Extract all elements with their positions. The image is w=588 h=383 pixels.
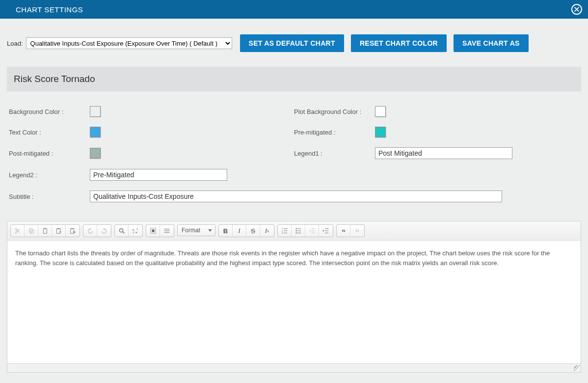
section-title: Risk Score Tornado — [7, 67, 581, 91]
text-color-swatch[interactable] — [90, 127, 101, 137]
background-color-swatch[interactable] — [90, 106, 101, 117]
legend2-input[interactable] — [90, 169, 227, 181]
legend1-label: Legend1 : — [294, 150, 375, 157]
close-button[interactable] — [571, 4, 582, 15]
field-post-mitigated: Post-mitigated : — [9, 147, 294, 159]
undo-icon[interactable] — [83, 225, 97, 237]
editor-footer — [7, 363, 581, 372]
save-as-button[interactable]: SAVE CHART AS — [454, 34, 529, 52]
pre-mitigated-label: Pre-mitigated : — [294, 129, 375, 136]
textstyle-group: B I S Ix — [218, 224, 274, 237]
field-legend2: Legend2 : — [9, 169, 294, 181]
select-all-icon[interactable] — [146, 225, 160, 237]
cut-icon[interactable] — [11, 225, 25, 237]
subtitle-input[interactable] — [90, 191, 502, 202]
editor-body[interactable]: The tornado chart lists the threats by o… — [7, 241, 581, 363]
paste-icon[interactable] — [38, 225, 52, 237]
list-indent-group: 123 — [277, 224, 333, 237]
text-color-label: Text Color : — [9, 129, 90, 136]
legend1-input[interactable] — [375, 147, 512, 159]
resize-grip-icon[interactable] — [574, 365, 580, 371]
legend2-label: Legend2 : — [9, 171, 90, 179]
svg-rect-17 — [152, 229, 154, 232]
italic-icon[interactable]: I — [233, 225, 246, 237]
svg-point-12 — [119, 229, 123, 232]
pre-mitigated-swatch[interactable] — [375, 127, 386, 137]
editor-text: The tornado chart lists the threats by o… — [15, 249, 550, 267]
svg-line-13 — [122, 232, 124, 234]
unlink-icon[interactable] — [350, 225, 364, 237]
redo-icon[interactable] — [97, 225, 111, 237]
svg-point-28 — [295, 230, 296, 231]
indent-icon[interactable] — [319, 225, 333, 237]
find-replace-group: ba — [114, 224, 143, 237]
undo-redo-group — [83, 224, 111, 237]
svg-rect-7 — [57, 228, 59, 229]
settings-grid: Background Color : Plot Background Color… — [7, 106, 581, 210]
field-legend1: Legend1 : — [294, 147, 579, 159]
ol-icon[interactable]: 123 — [278, 225, 292, 237]
format-dropdown[interactable]: Format — [177, 224, 215, 236]
reset-color-button[interactable]: RESET CHART COLOR — [351, 34, 447, 52]
svg-text:a: a — [135, 230, 137, 234]
subtitle-label: Subtitle : — [9, 193, 90, 200]
action-buttons: SET AS DEFAULT CHART RESET CHART COLOR S… — [240, 34, 529, 52]
svg-text:T: T — [59, 231, 61, 234]
plot-bg-swatch[interactable] — [375, 106, 386, 117]
field-text-color: Text Color : — [9, 127, 294, 137]
svg-rect-5 — [44, 228, 46, 229]
svg-point-27 — [295, 228, 296, 229]
svg-text:b: b — [133, 228, 134, 231]
strike-icon[interactable]: S — [246, 225, 260, 237]
replace-icon[interactable]: ba — [129, 225, 142, 237]
find-icon[interactable] — [115, 225, 129, 237]
background-color-label: Background Color : — [9, 108, 90, 115]
plot-bg-label: Plot Background Color : — [294, 108, 375, 115]
clear-format-icon[interactable]: Ix — [260, 225, 274, 237]
svg-rect-10 — [71, 228, 73, 229]
load-select[interactable]: Qualitative Inputs-Cost Exposure (Exposu… — [26, 37, 232, 49]
field-background-color: Background Color : — [9, 106, 294, 117]
svg-text:W: W — [73, 231, 76, 234]
editor-toolbar: T W ba — [7, 221, 581, 241]
bold-icon[interactable]: B — [219, 225, 233, 237]
svg-text:3: 3 — [281, 232, 283, 234]
paste-word-icon[interactable]: W — [66, 225, 80, 237]
format-dropdown-label: Format — [182, 227, 200, 234]
set-default-button[interactable]: SET AS DEFAULT CHART — [240, 34, 344, 52]
modal-title: CHART SETTINGS — [16, 5, 83, 14]
load-row: Load: Qualitative Inputs-Cost Exposure (… — [7, 34, 581, 52]
svg-point-29 — [295, 232, 296, 233]
modal-titlebar: CHART SETTINGS — [0, 0, 588, 19]
paste-text-icon[interactable]: T — [52, 225, 66, 237]
post-mitigated-label: Post-mitigated : — [9, 150, 90, 157]
field-subtitle: Subtitle : — [9, 191, 579, 202]
close-icon — [573, 6, 580, 13]
link-icon[interactable] — [337, 225, 350, 237]
ul-icon[interactable] — [292, 225, 305, 237]
select-blocks-group — [146, 224, 174, 237]
rich-text-editor: T W ba — [7, 221, 581, 373]
load-label: Load: — [7, 40, 23, 47]
remove-format-icon[interactable] — [160, 225, 174, 237]
field-plot-bg: Plot Background Color : — [294, 106, 579, 117]
copy-icon[interactable] — [25, 225, 38, 237]
outdent-icon[interactable] — [305, 225, 319, 237]
field-pre-mitigated: Pre-mitigated : — [294, 127, 579, 137]
link-group — [336, 224, 365, 237]
post-mitigated-swatch[interactable] — [90, 148, 101, 159]
clipboard-group: T W — [10, 224, 80, 237]
svg-rect-4 — [43, 229, 47, 234]
